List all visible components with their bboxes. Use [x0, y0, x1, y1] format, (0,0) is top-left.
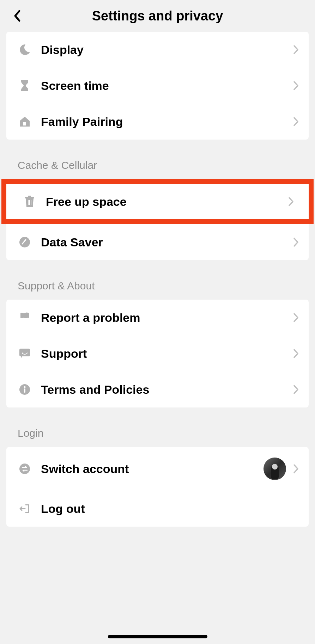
row-label: Display	[41, 43, 293, 57]
svg-point-7	[24, 386, 26, 388]
section-header-login: Login	[18, 427, 315, 439]
home-indicator[interactable]	[108, 635, 207, 638]
row-switch-account[interactable]: Switch account	[6, 447, 309, 491]
row-data-saver[interactable]: Data Saver	[6, 224, 309, 260]
row-screen-time[interactable]: Screen time	[6, 68, 309, 104]
row-label: Screen time	[41, 79, 293, 93]
row-family-pairing[interactable]: Family Pairing	[6, 104, 309, 140]
row-terms-policies[interactable]: Terms and Policies	[6, 372, 309, 407]
chevron-right-icon	[288, 197, 294, 207]
settings-group-support: Report a problem Support Terms and Polic…	[6, 300, 309, 407]
row-label: Family Pairing	[41, 115, 293, 129]
moon-icon	[18, 43, 32, 57]
row-label: Log out	[41, 502, 299, 516]
svg-point-4	[19, 237, 30, 247]
svg-rect-0	[23, 122, 26, 125]
row-label: Support	[41, 347, 293, 361]
svg-rect-8	[24, 388, 25, 393]
row-support[interactable]: Support	[6, 336, 309, 372]
chevron-right-icon	[293, 313, 299, 323]
row-display[interactable]: Display	[6, 32, 309, 68]
row-label: Free up space	[46, 195, 288, 209]
section-header-support: Support & About	[18, 280, 315, 292]
chevron-right-icon	[293, 385, 299, 394]
row-label: Report a problem	[41, 311, 293, 325]
back-button[interactable]	[10, 9, 24, 23]
settings-group-login: Switch account Log out	[6, 447, 309, 527]
avatar	[263, 458, 286, 480]
row-report-problem[interactable]: Report a problem	[6, 300, 309, 336]
page-title: Settings and privacy	[92, 8, 223, 24]
chevron-right-icon	[293, 237, 299, 247]
switch-icon	[18, 462, 32, 476]
section-header-cache: Cache & Cellular	[18, 159, 315, 171]
chevron-right-icon	[293, 81, 299, 91]
hourglass-icon	[18, 79, 32, 93]
info-icon	[18, 382, 32, 397]
trash-icon	[23, 195, 37, 209]
row-free-up-space[interactable]: Free up space	[1, 179, 314, 224]
chat-icon	[18, 346, 32, 361]
row-label: Switch account	[41, 462, 263, 476]
home-icon	[18, 115, 32, 129]
header: Settings and privacy	[0, 0, 315, 32]
chevron-right-icon	[293, 349, 299, 358]
row-label: Terms and Policies	[41, 383, 293, 397]
settings-group-display: Display Screen time Family Pairing	[6, 32, 309, 140]
chevron-right-icon	[293, 45, 299, 55]
logout-icon	[18, 502, 32, 516]
row-label: Data Saver	[41, 235, 293, 249]
chevron-right-icon	[293, 464, 299, 474]
flag-icon	[18, 311, 32, 325]
gauge-icon	[18, 235, 32, 249]
svg-rect-5	[19, 349, 30, 356]
svg-point-9	[19, 464, 30, 474]
chevron-right-icon	[293, 117, 299, 127]
settings-group-cache: Free up space Data Saver	[6, 179, 309, 260]
row-log-out[interactable]: Log out	[6, 491, 309, 527]
chevron-left-icon	[13, 10, 21, 22]
